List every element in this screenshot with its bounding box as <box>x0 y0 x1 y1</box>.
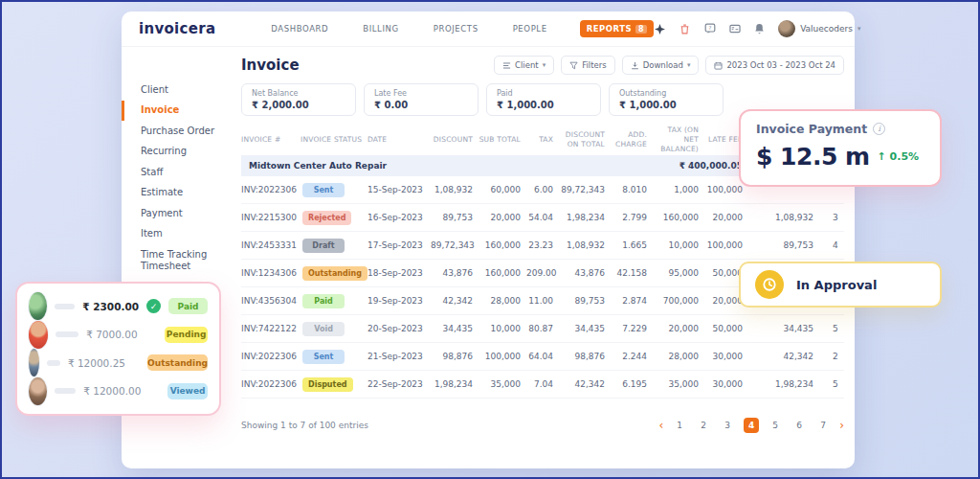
cell-value: 160,000 <box>653 213 704 222</box>
avatar <box>29 292 47 320</box>
user-avatar <box>778 20 795 37</box>
screenshot-canvas: invoicera DASHBOARDBILLINGPROJECTSPEOPLE… <box>0 0 980 479</box>
status-badge-sent: Sent <box>302 183 345 197</box>
cell-value: 8.010 <box>611 185 653 194</box>
next-page-button[interactable]: › <box>839 419 844 432</box>
page-button-6[interactable]: 6 <box>791 418 807 433</box>
cell-invoice-number: INV:1234306 <box>241 268 301 278</box>
payment-list-item: ₹ 7000.00Pending <box>29 321 208 349</box>
sidebar-item-item[interactable]: Item <box>122 224 234 245</box>
cell-value: 2.874 <box>611 296 653 306</box>
summary-card-value: ₹ 1,000.00 <box>497 100 590 110</box>
cell-value: 30,000 <box>704 379 748 389</box>
cell-value: 5 <box>819 379 844 389</box>
cell-invoice-status: Paid <box>301 294 368 308</box>
cell-value: 80.87 <box>526 324 559 333</box>
sidebar-item-time-tracking-timesheet[interactable]: Time Tracking Timesheet <box>122 244 234 277</box>
summary-card-label: Late Fee <box>374 89 468 98</box>
invoice-payment-card: Invoice Payment i $ 12.5 m ↑ 0.5% <box>739 109 942 187</box>
cell-value: 7.04 <box>526 379 559 389</box>
sidebar-item-payment[interactable]: Payment <box>122 203 234 224</box>
cell-invoice-number: INV:2022306 <box>241 352 301 361</box>
svg-text:?: ? <box>708 25 711 31</box>
page-button-4[interactable]: 4 <box>744 418 759 433</box>
table-footer: Showing 1 to 7 of 100 entries ‹1234567› <box>241 418 844 433</box>
cell-value: 1,98,234 <box>559 213 611 222</box>
invoicera-logo[interactable]: invoicera <box>139 20 215 37</box>
table-row[interactable]: INV:7422122Void20-Sep-202334,43510,00080… <box>241 315 844 343</box>
user-menu[interactable]: Valuecoders ▾ <box>778 20 860 37</box>
top-navbar: invoicera DASHBOARDBILLINGPROJECTSPEOPLE… <box>122 11 855 47</box>
sidebar-item-purchase-order[interactable]: Purchase Order <box>122 121 234 142</box>
page-title: Invoice <box>241 57 300 74</box>
avatar <box>29 349 39 376</box>
filter-funnel-icon <box>569 61 578 70</box>
cell-value: 89,72,343 <box>431 240 479 250</box>
trash-icon[interactable] <box>679 23 691 35</box>
cell-value: 100,000 <box>704 240 748 250</box>
help-chat-icon[interactable]: ? <box>703 23 716 35</box>
status-badge-sent: Sent <box>302 350 345 364</box>
info-icon[interactable]: i <box>873 123 885 135</box>
cell-value: 1,000 <box>653 185 704 194</box>
cell-value: 2.244 <box>611 352 653 361</box>
download-button[interactable]: Download ▾ <box>622 56 700 75</box>
client-filter-button[interactable]: Client ▾ <box>494 56 554 75</box>
cell-value: 20,000 <box>704 213 748 222</box>
table-row[interactable]: INV:2022306Disputed22-Sep-20231,98,23435… <box>241 371 844 399</box>
chevron-down-icon: ▾ <box>858 25 861 33</box>
payment-amount: ₹ 12000.25 <box>68 357 125 369</box>
invoice-payment-value: $ 12.5 m <box>756 143 870 171</box>
page-button-1[interactable]: 1 <box>672 418 687 433</box>
sidebar-item-invoice[interactable]: Invoice <box>122 101 234 122</box>
table-row[interactable]: INV:2453331Draft17-Sep-202389,72,343160,… <box>241 232 844 260</box>
nav-item-billing[interactable]: BILLING <box>363 24 398 34</box>
payment-list-item: ₹ 2300.00✓Paid <box>29 292 208 320</box>
cell-invoice-status: Draft <box>301 239 368 253</box>
cell-value: 50,000 <box>704 324 748 333</box>
cell-date: 16-Sep-2023 <box>368 213 431 222</box>
arrow-up-icon: ↑ <box>878 150 886 163</box>
cell-value: 89,753 <box>748 240 819 250</box>
nav-item-projects[interactable]: PROJECTS <box>434 24 479 34</box>
cell-value: 11.00 <box>526 296 559 306</box>
payment-list-item: ₹ 12000.25Outstanding <box>29 349 208 376</box>
sidebar-item-estimate[interactable]: Estimate <box>122 183 234 204</box>
cell-date: 17-Sep-2023 <box>368 240 431 250</box>
table-row[interactable]: INV:2215300Rejected16-Sep-202389,75320,0… <box>241 204 844 232</box>
nav-item-people[interactable]: PEOPLE <box>513 24 547 34</box>
cell-value: 1,08,932 <box>748 213 819 222</box>
cell-value: 43,876 <box>431 268 479 278</box>
page-button-3[interactable]: 3 <box>720 418 735 433</box>
cell-value: 6.195 <box>611 379 653 389</box>
cell-value: 20,000 <box>479 213 526 222</box>
filters-button[interactable]: Filters <box>561 56 614 75</box>
page-button-7[interactable]: 7 <box>815 418 831 433</box>
cell-date: 18-Sep-2023 <box>368 268 431 278</box>
cell-value: 100,000 <box>704 185 748 194</box>
nav-item-dashboard[interactable]: DASHBOARD <box>271 24 328 34</box>
progress-bar <box>47 360 59 366</box>
cell-value: 60,000 <box>479 185 526 194</box>
table-row[interactable]: INV:2022306Sent21-Sep-202398,876100,0006… <box>241 343 844 371</box>
prev-page-button[interactable]: ‹ <box>658 419 663 432</box>
sidebar-item-recurring[interactable]: Recurring <box>122 142 234 163</box>
nav-item-reports[interactable]: REPORTS 8 <box>580 20 654 37</box>
date-range-button[interactable]: 2023 Oct 03 - 2023 Oct 24 <box>705 56 844 75</box>
cell-value: 1,08,932 <box>431 185 479 194</box>
cell-invoice-number: INV:2453331 <box>241 240 301 250</box>
cell-date: 20-Sep-2023 <box>368 324 431 333</box>
download-icon <box>631 61 639 70</box>
page-button-2[interactable]: 2 <box>696 418 711 433</box>
sidebar-item-client[interactable]: Client <box>122 80 234 101</box>
bell-icon[interactable] <box>753 23 766 35</box>
group-total: ₹ 400,000.05 <box>431 161 748 171</box>
reports-label: REPORTS <box>587 24 632 34</box>
sidebar-item-staff[interactable]: Staff <box>122 162 234 183</box>
apps-icon[interactable] <box>654 23 666 35</box>
cell-value: 10,000 <box>653 240 704 250</box>
page-button-5[interactable]: 5 <box>768 418 783 433</box>
chevron-down-icon: ▾ <box>687 61 691 69</box>
status-badge-void: Void <box>302 322 345 336</box>
card-icon[interactable] <box>728 23 741 35</box>
